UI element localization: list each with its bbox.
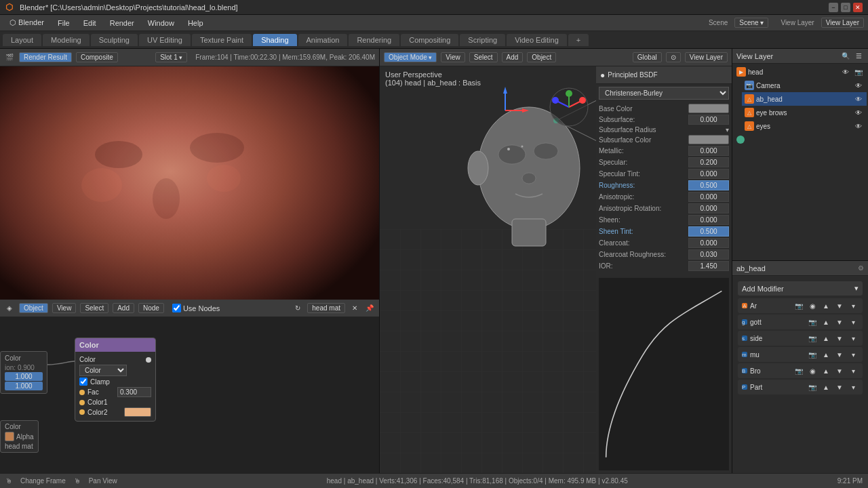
ior-value[interactable]: 1.450 <box>688 261 729 271</box>
tab-texture-paint[interactable]: Texture Paint <box>192 34 252 46</box>
clamp-checkbox[interactable] <box>79 378 87 386</box>
object-type-btn[interactable]: Object <box>19 303 48 313</box>
add-btn[interactable]: Add <box>113 303 134 313</box>
cam-icon[interactable]: 📷 <box>853 66 864 77</box>
color2-swatch[interactable] <box>124 407 151 417</box>
subsurface-value[interactable]: 0.000 <box>688 115 729 125</box>
outliner-filter-icon[interactable]: ☰ <box>853 51 864 62</box>
ar-render-icon[interactable]: ◉ <box>807 300 818 311</box>
tab-shading[interactable]: Shading <box>253 34 296 46</box>
side-cam-icon[interactable]: 📷 <box>807 333 818 344</box>
close-button[interactable]: ✕ <box>853 3 863 12</box>
side-up-icon[interactable]: ▲ <box>821 333 831 344</box>
modifier-gott[interactable]: g gott 📷 ▲ ▼ ▾ <box>738 314 863 329</box>
sheen-tint-value[interactable]: 0.500 <box>688 226 729 237</box>
tab-rendering[interactable]: Rendering <box>349 34 399 46</box>
ar-menu-icon[interactable]: ▾ <box>848 300 859 311</box>
composite-tab[interactable]: Composite <box>76 52 118 62</box>
select-btn[interactable]: Select <box>80 303 108 313</box>
gott-down-icon[interactable]: ▼ <box>834 317 845 327</box>
mu-cam-icon[interactable]: 📷 <box>807 349 818 360</box>
menu-help[interactable]: Help <box>182 18 209 28</box>
modifier-part[interactable]: P Part 📷 ▲ ▼ ▾ <box>738 380 863 394</box>
side-down-icon[interactable]: ▼ <box>834 333 845 344</box>
fac-input[interactable]: 0.300 <box>117 387 151 397</box>
subsurface-color-swatch[interactable] <box>688 135 729 144</box>
view-layer-select[interactable]: View Layer <box>821 18 864 28</box>
gott-menu-icon[interactable]: ▾ <box>848 317 859 327</box>
shader-type-select[interactable]: Christensen-Burley <box>599 87 729 100</box>
bro-menu-icon[interactable]: ▾ <box>848 365 859 376</box>
viewport-3d[interactable]: User Perspective (104) head | ab_head : … <box>380 66 596 473</box>
menu-blender[interactable]: ⬡ Blender <box>4 17 50 28</box>
tab-compositing[interactable]: Compositing <box>401 34 458 46</box>
part-menu-icon[interactable]: ▾ <box>848 382 859 392</box>
anisotropic-value[interactable]: 0.000 <box>688 192 729 202</box>
mu-up-icon[interactable]: ▲ <box>821 349 831 360</box>
part-down-icon[interactable]: ▼ <box>834 382 845 392</box>
object-mode-select[interactable]: Object Mode <box>384 52 437 62</box>
specular-value[interactable]: 0.200 <box>688 157 729 167</box>
eyes-eye-icon[interactable]: 👁 <box>853 121 864 131</box>
outliner-item-ab-head[interactable]: △ ab_head 👁 <box>742 92 867 106</box>
roughness-value[interactable]: 0.500 <box>688 180 729 190</box>
maximize-button[interactable]: □ <box>841 3 850 12</box>
bro-up-icon[interactable]: ▲ <box>821 365 831 376</box>
select-menu[interactable]: Select <box>469 52 498 62</box>
mat-color-swatch[interactable] <box>5 432 14 441</box>
scene-select[interactable]: Scene ▾ <box>734 18 768 28</box>
part-cam-icon[interactable]: 📷 <box>807 382 818 392</box>
gott-up-icon[interactable]: ▲ <box>821 317 831 327</box>
viewport-overlay-btn[interactable]: ⊙ <box>666 52 681 62</box>
use-nodes-checkbox[interactable] <box>172 304 181 312</box>
menu-edit[interactable]: Edit <box>78 18 102 28</box>
bro-render-icon[interactable]: ◉ <box>807 365 818 376</box>
menu-file[interactable]: File <box>52 18 75 28</box>
global-btn[interactable]: Global <box>633 52 662 62</box>
view-layer-btn[interactable]: View Layer <box>685 52 728 62</box>
tab-scripting[interactable]: Scripting <box>460 34 505 46</box>
node-canvas[interactable]: Color ion: 0.900 1.000 1.000 Color Color <box>0 317 379 473</box>
ar-down-icon[interactable]: ▼ <box>834 300 845 311</box>
mat-name-btn[interactable]: head mat <box>307 303 345 313</box>
add-menu[interactable]: Add <box>502 52 524 62</box>
modifier-mu[interactable]: m mu 📷 ▲ ▼ ▾ <box>738 347 863 362</box>
ar-up-icon[interactable]: ▲ <box>821 300 831 311</box>
menu-render[interactable]: Render <box>104 18 140 28</box>
bro-cam-icon[interactable]: 📷 <box>793 365 804 376</box>
part-up-icon[interactable]: ▲ <box>821 382 831 392</box>
eyebrows-eye-icon[interactable]: 👁 <box>853 107 864 118</box>
specular-tint-value[interactable]: 0.000 <box>688 169 729 179</box>
node-btn[interactable]: Node <box>138 303 164 313</box>
color-type-select[interactable]: Color <box>79 365 127 376</box>
tab-add[interactable]: + <box>568 34 589 46</box>
side-menu-icon[interactable]: ▾ <box>848 333 859 344</box>
modifier-side[interactable]: s side 📷 ▲ ▼ ▾ <box>738 331 863 346</box>
mu-menu-icon[interactable]: ▾ <box>848 349 859 360</box>
ab-head-eye-icon[interactable]: 👁 <box>853 94 864 104</box>
eye-icon[interactable]: 👁 <box>840 66 851 77</box>
view-menu[interactable]: View <box>441 52 465 62</box>
outliner-item-camera[interactable]: 📷 Camera 👁 <box>742 79 867 92</box>
tab-sculpting[interactable]: Sculpting <box>91 34 138 46</box>
cam-eye-icon[interactable]: 👁 <box>853 80 864 91</box>
slot-select[interactable]: Slot 1 <box>155 52 187 62</box>
tab-modeling[interactable]: Modeling <box>43 34 90 46</box>
outliner-item-eyebrows[interactable]: △ eye brows 👁 <box>742 106 867 119</box>
sheen-value[interactable]: 0.000 <box>688 215 729 225</box>
outliner-item-head-collection[interactable]: ▶ head 👁 📷 <box>734 65 867 79</box>
mu-down-icon[interactable]: ▼ <box>834 349 845 360</box>
ar-cam-icon[interactable]: 📷 <box>793 300 804 311</box>
anisotropic-rotation-value[interactable]: 0.000 <box>688 203 729 214</box>
tab-layout[interactable]: Layout <box>3 34 41 46</box>
render-result-tab[interactable]: Render Result <box>19 52 72 62</box>
object-menu[interactable]: Object <box>527 52 556 62</box>
modifier-ar[interactable]: A Ar 📷 ◉ ▲ ▼ ▾ <box>738 298 863 313</box>
minimize-button[interactable]: − <box>829 3 838 12</box>
clearcoat-roughness-value[interactable]: 0.030 <box>688 249 729 260</box>
node-close-icon[interactable]: ✕ <box>349 303 360 314</box>
tab-video-editing[interactable]: Video Editing <box>507 34 567 46</box>
add-modifier-btn[interactable]: Add Modifier ▾ <box>738 281 863 296</box>
tab-animation[interactable]: Animation <box>298 34 348 46</box>
outliner-search-icon[interactable]: 🔍 <box>840 51 851 62</box>
